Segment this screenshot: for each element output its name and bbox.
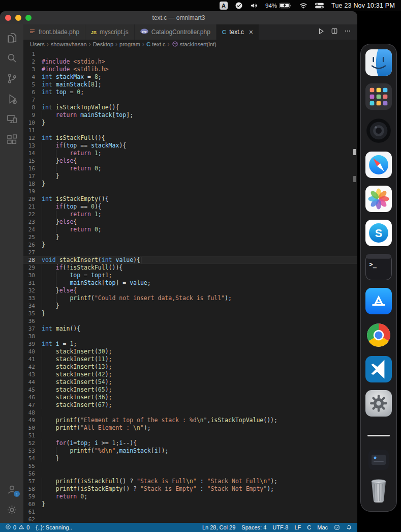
- code-line[interactable]: 25 }: [23, 233, 357, 241]
- code-line[interactable]: 35}: [23, 310, 357, 317]
- eol-sequence[interactable]: LF: [294, 524, 301, 530]
- minimize-window-button[interactable]: [15, 15, 21, 21]
- code-line[interactable]: 62: [23, 516, 357, 523]
- code-line[interactable]: 27: [23, 249, 357, 256]
- code-line[interactable]: 16 return 0;: [23, 165, 357, 172]
- language-mode[interactable]: C: [307, 524, 311, 530]
- dock-item-system-preferences[interactable]: [365, 390, 392, 417]
- tab-myscript.js[interactable]: JSmyscript.js: [85, 24, 135, 40]
- code-line[interactable]: 26}: [23, 241, 357, 249]
- cpp-language-status[interactable]: {..}: Scanning..: [36, 524, 72, 530]
- code-line[interactable]: 32 }else{: [23, 287, 357, 294]
- dock-item-skype[interactable]: S: [365, 219, 392, 247]
- code-line[interactable]: 18}: [23, 180, 357, 188]
- code-line[interactable]: 52 for(i=top; i >= 1;i--){: [23, 439, 357, 447]
- volume-icon[interactable]: [250, 3, 258, 9]
- dock-item-chrome[interactable]: [365, 321, 392, 349]
- code-line[interactable]: 54 }: [23, 455, 357, 462]
- breadcrumb-item[interactable]: showravhasan: [51, 41, 87, 47]
- code-line[interactable]: 13 if(top == stackMax){: [23, 142, 357, 150]
- wifi-icon[interactable]: [299, 3, 307, 9]
- code-line[interactable]: 38: [23, 333, 357, 340]
- dock-item-trash[interactable]: [365, 477, 392, 505]
- code-line[interactable]: 42 stackInsert(13);: [23, 363, 357, 371]
- dock-item-minimized-window[interactable]: [365, 449, 392, 470]
- code-line[interactable]: 1: [23, 50, 357, 58]
- code-line[interactable]: 47 stackInsert(67);: [23, 401, 357, 409]
- code-line[interactable]: 36: [23, 317, 357, 325]
- code-line[interactable]: 5int mainStack[8];: [23, 81, 357, 88]
- code-line[interactable]: 8int isStackTopValue(){: [23, 104, 357, 111]
- checkmark-circle-icon[interactable]: [235, 2, 242, 9]
- dock-item-photos[interactable]: [365, 185, 392, 213]
- code-line[interactable]: 50 printf("All Element : \n");: [23, 424, 357, 432]
- encoding[interactable]: UTF-8: [272, 524, 288, 530]
- dock-item-safari[interactable]: [365, 151, 392, 179]
- code-line[interactable]: 28void stackInsert(int value){: [23, 256, 357, 264]
- code-line[interactable]: 3#include <stdlib.h>: [23, 66, 357, 73]
- code-line[interactable]: 7: [23, 96, 357, 104]
- split-editor-button[interactable]: [331, 27, 338, 37]
- run-button[interactable]: [317, 27, 325, 37]
- menubar-clock[interactable]: Tue 23 Nov 10:31 PM: [331, 2, 395, 9]
- tab-CatalogController.php[interactable]: phpCatalogController.php: [135, 24, 217, 40]
- battery-indicator[interactable]: 94%: [265, 3, 292, 9]
- code-line[interactable]: 58 printf(isStackEmpty() ? "Stack is Emp…: [23, 485, 357, 493]
- dock-item-vscode[interactable]: [365, 356, 392, 383]
- code-line[interactable]: 49 printf("Element at top of the stack :…: [23, 417, 357, 424]
- remote-explorer-icon[interactable]: [0, 109, 23, 129]
- tab-text.c[interactable]: Ctext.c×: [217, 24, 259, 40]
- code-line[interactable]: 12int isStackFull(){: [23, 134, 357, 142]
- code-line[interactable]: 48: [23, 409, 357, 417]
- code-line[interactable]: 17 }: [23, 172, 357, 180]
- input-source-indicator[interactable]: A: [220, 2, 228, 10]
- extensions-icon[interactable]: [0, 129, 23, 150]
- code-line[interactable]: 30 top = top+1;: [23, 272, 357, 279]
- zoom-window-button[interactable]: [25, 15, 32, 21]
- settings-icon[interactable]: [0, 499, 23, 520]
- code-line[interactable]: 59 return 0;: [23, 493, 357, 500]
- breadcrumb-item[interactable]: program: [119, 41, 140, 47]
- code-line[interactable]: 23 }else{: [23, 218, 357, 226]
- source-control-icon[interactable]: [0, 68, 23, 88]
- cursor-position[interactable]: Ln 28, Col 29: [202, 524, 235, 530]
- code-line[interactable]: 4int stackMax = 8;: [23, 73, 357, 81]
- code-line[interactable]: 20int isStackEmpty(){: [23, 195, 357, 203]
- code-line[interactable]: 43 stackInsert(42);: [23, 371, 357, 378]
- code-line[interactable]: 22 return 1;: [23, 211, 357, 218]
- code-line[interactable]: 34 }: [23, 302, 357, 310]
- breadcrumb-item[interactable]: Users: [30, 41, 45, 47]
- breadcrumb-item[interactable]: stackInsert(int): [172, 41, 217, 48]
- dock-item-lens-app[interactable]: [365, 117, 392, 144]
- code-line[interactable]: 60}: [23, 500, 357, 508]
- indentation[interactable]: Spaces: 4: [241, 524, 266, 530]
- code-line[interactable]: 45 stackInsert(65);: [23, 386, 357, 394]
- code-line[interactable]: 31 mainStack[top] = value;: [23, 279, 357, 287]
- search-icon[interactable]: [0, 48, 23, 68]
- code-line[interactable]: 46 stackInsert(36);: [23, 394, 357, 401]
- control-center-icon[interactable]: [315, 3, 324, 9]
- dock-item-finder[interactable]: [365, 49, 392, 76]
- code-line[interactable]: 21 if(top == 0){: [23, 203, 357, 211]
- accounts-icon[interactable]: 1: [0, 479, 23, 499]
- dock-item-app-store[interactable]: [365, 287, 392, 315]
- more-actions-button[interactable]: [344, 27, 351, 37]
- code-line[interactable]: 15 }else{: [23, 157, 357, 165]
- code-line[interactable]: 51: [23, 432, 357, 439]
- explorer-icon[interactable]: [0, 27, 23, 48]
- editor[interactable]: 12#include <stdio.h>3#include <stdlib.h>…: [23, 49, 357, 523]
- code-line[interactable]: 37int main(){: [23, 325, 357, 333]
- problems-indicator[interactable]: 00: [5, 524, 29, 531]
- code-line[interactable]: 56: [23, 470, 357, 478]
- status-check-icon[interactable]: [334, 524, 340, 530]
- code-line[interactable]: 2#include <stdio.h>: [23, 58, 357, 66]
- bell-icon[interactable]: [346, 524, 352, 530]
- code-line[interactable]: 44 stackInsert(54);: [23, 378, 357, 386]
- code-line[interactable]: 40 stackInsert(30);: [23, 348, 357, 356]
- dock-item-launchpad[interactable]: [365, 83, 392, 110]
- dock-item-terminal[interactable]: >_: [365, 253, 392, 281]
- close-icon[interactable]: ×: [249, 28, 253, 36]
- code-line[interactable]: 61: [23, 508, 357, 516]
- code-line[interactable]: 6int top = 0;: [23, 88, 357, 96]
- code-line[interactable]: 24 return 0;: [23, 226, 357, 233]
